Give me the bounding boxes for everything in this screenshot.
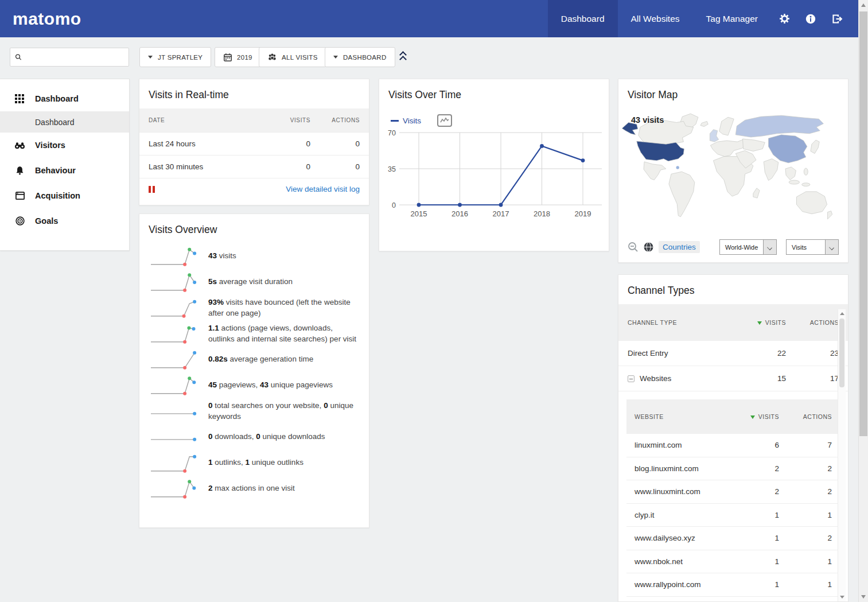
search-box[interactable] <box>10 48 129 67</box>
row-label: Last 30 minutes <box>149 162 262 171</box>
nav-item-dashboard[interactable]: Dashboard <box>548 0 618 37</box>
gear-icon <box>779 13 791 25</box>
sign-out-icon[interactable] <box>824 0 850 37</box>
browser-scrollbar[interactable] <box>858 0 868 602</box>
channel-type-row[interactable]: Direct Entry2223 <box>618 341 848 366</box>
row-label: Last 24 hours <box>149 139 262 148</box>
view-visit-log-link[interactable]: View detailed visit log <box>286 185 360 193</box>
nav-menu: Dashboard All Websites Tag Manager <box>548 0 850 37</box>
column-header-actions[interactable]: ACTIONS <box>310 117 360 123</box>
row-actions: 0 <box>310 139 360 148</box>
overview-row-text: 1 outlinks, 1 unique outlinks <box>208 457 303 468</box>
sparkline <box>150 401 198 422</box>
website-row[interactable]: www.dailyseo.xyz12 <box>626 527 840 550</box>
scroll-down-icon[interactable] <box>861 595 866 599</box>
info-icon[interactable] <box>797 0 824 37</box>
column-header-website[interactable]: WEBSITE <box>635 413 729 420</box>
nav-item-tag-manager[interactable]: Tag Manager <box>693 0 771 37</box>
website-row[interactable]: www.rallypoint.com11 <box>626 573 840 597</box>
country-indonesia <box>789 180 799 184</box>
scrollbar-thumb[interactable] <box>839 319 844 387</box>
website-row[interactable]: www.linuxmint.com22 <box>626 480 840 504</box>
dashboard-selector-button[interactable]: DASHBOARD <box>325 47 395 67</box>
column-header-visits[interactable]: VISITS <box>262 117 310 123</box>
visits-overview-widget: Visits Overview 43 visits5s average visi… <box>139 213 369 528</box>
column-header-channel-type[interactable]: CHANNEL TYPE <box>628 319 735 326</box>
site-selector-button[interactable]: JT SPRATLEY <box>139 47 211 67</box>
scroll-down-icon[interactable] <box>840 596 844 599</box>
channel-types-table: CHANNEL TYPEVISITSACTIONSDirect Entry222… <box>618 304 848 391</box>
search-icon <box>15 52 22 62</box>
country-south-america <box>669 172 695 217</box>
sidebar-item-behaviour[interactable]: Behaviour <box>0 158 129 183</box>
row-label: Direct Entry <box>628 349 668 358</box>
sidebar-item-acquisition[interactable]: Acquisition <box>0 183 129 208</box>
svg-text:2017: 2017 <box>493 209 509 218</box>
region-select[interactable]: World-Wide <box>719 239 777 255</box>
window-icon <box>14 191 25 201</box>
country-se-asia <box>785 167 796 180</box>
column-header-visits[interactable]: VISITS <box>729 413 779 420</box>
row-label: linuxmint.com <box>635 441 729 449</box>
sidebar-item-goals[interactable]: Goals <box>0 208 129 234</box>
country-united-kingdom <box>710 130 718 142</box>
segment-selector-button[interactable]: ALL VISITS <box>259 47 326 67</box>
chart-legend: Visits <box>391 114 600 127</box>
overview-row-text: 0.82s average generation time <box>208 354 313 364</box>
overview-row: 43 visits <box>139 243 369 269</box>
row-actions: 17 <box>786 374 839 383</box>
settings-gear-icon[interactable] <box>771 0 797 37</box>
bell-icon <box>14 165 25 176</box>
period-selector-button[interactable]: 2019 <box>215 47 261 67</box>
overview-rows: 43 visits5s average visit duration93% vi… <box>139 243 369 502</box>
website-row[interactable]: linuxmint.com67 <box>626 434 840 457</box>
calendar-icon <box>223 53 232 62</box>
overview-row: 5s average visit duration <box>139 269 369 295</box>
search-input[interactable] <box>25 52 129 62</box>
row-visits: 1 <box>729 557 779 566</box>
svg-text:2018: 2018 <box>534 209 550 218</box>
column-header-actions[interactable]: ACTIONS <box>786 319 839 326</box>
website-row[interactable]: blog.linuxmint.com22 <box>626 457 840 481</box>
map-footer: Countries World-Wide Visits <box>628 239 839 255</box>
nav-item-label: Dashboard <box>561 14 605 24</box>
overview-row: 0 downloads, 0 unique downloads <box>139 424 369 450</box>
info-circle-icon <box>805 13 816 25</box>
countries-link[interactable]: Countries <box>659 241 700 253</box>
metric-select[interactable]: Visits <box>786 239 839 255</box>
scrollbar-thumb[interactable] <box>859 11 867 436</box>
realtime-table-header: DATEVISITSACTIONS <box>139 108 369 132</box>
period-label: 2019 <box>237 54 252 61</box>
website-row[interactable]: www.nbok.net11 <box>626 550 840 574</box>
collapse-toolbar-button[interactable] <box>398 51 410 64</box>
widget-scrollbar[interactable] <box>838 309 846 601</box>
grid-icon <box>14 94 25 104</box>
collapse-expander-icon[interactable] <box>628 375 635 382</box>
zoom-out-icon[interactable] <box>628 242 639 253</box>
visits-over-time-chart[interactable]: 0357020152016201720182019 <box>382 128 602 229</box>
website-row[interactable]: clyp.it11 <box>626 504 840 527</box>
sparkline <box>150 478 198 500</box>
nav-item-all-websites[interactable]: All Websites <box>618 0 693 37</box>
column-header-visits[interactable]: VISITS <box>735 319 786 326</box>
world-map-svg <box>621 111 835 223</box>
world-map[interactable]: 43 visits <box>621 111 841 226</box>
scroll-up-icon[interactable] <box>861 3 866 7</box>
row-actions: 1 <box>779 557 832 566</box>
row-label: www.linuxmint.com <box>635 487 729 496</box>
column-header-date[interactable]: DATE <box>149 117 262 123</box>
row-label: www.dailyseo.xyz <box>635 534 729 542</box>
channel-type-row[interactable]: Websites1517 <box>618 366 848 391</box>
column-header-actions[interactable]: ACTIONS <box>779 413 832 420</box>
websites-table-header: WEBSITEVISITSACTIONS <box>626 399 840 434</box>
export-image-icon[interactable] <box>437 114 452 127</box>
sparkline <box>150 349 198 371</box>
scroll-up-icon[interactable] <box>840 312 844 315</box>
globe-icon[interactable] <box>643 242 654 253</box>
caret-down-icon <box>333 56 338 59</box>
pause-icon[interactable] <box>149 186 155 193</box>
sidebar-item-visitors[interactable]: Visitors <box>0 133 129 158</box>
sidebar-subitem-dashboard[interactable]: Dashboard <box>0 111 129 133</box>
sidebar-item-dashboard[interactable]: Dashboard <box>0 86 129 111</box>
realtime-table: DATEVISITSACTIONSLast 24 hours00Last 30 … <box>139 108 369 178</box>
